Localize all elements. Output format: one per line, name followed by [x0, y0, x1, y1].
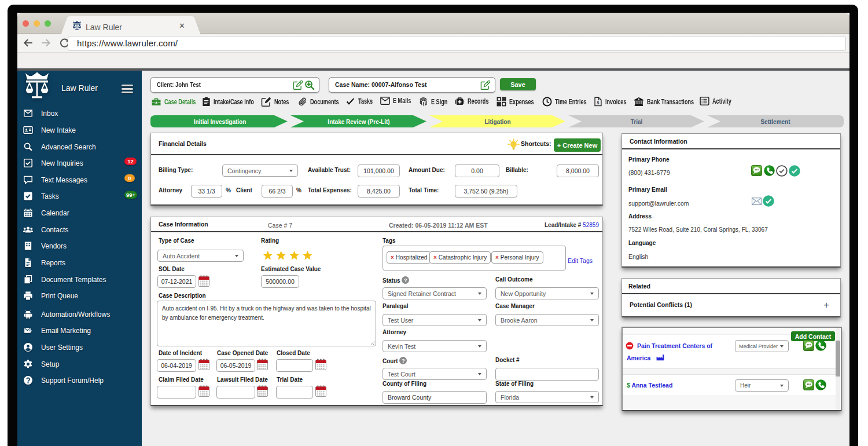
svg-text:Settlement: Settlement [760, 119, 790, 125]
svg-text:Litigation: Litigation [485, 119, 511, 125]
svg-text:Intake Review (Pre-Lit): Intake Review (Pre-Lit) [328, 119, 389, 125]
svg-text:$: $ [597, 101, 599, 105]
svg-text:Initial Investigation: Initial Investigation [194, 119, 247, 125]
svg-text:Trial: Trial [631, 119, 643, 125]
